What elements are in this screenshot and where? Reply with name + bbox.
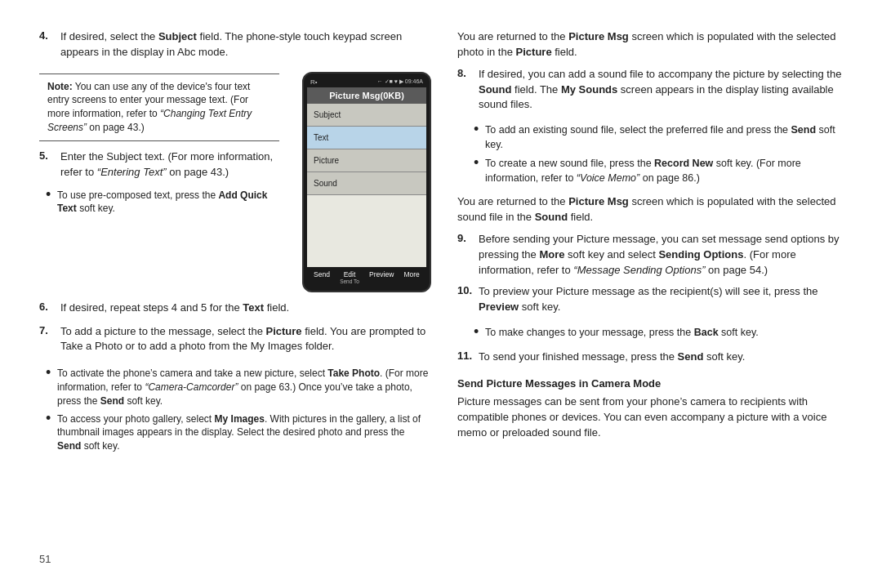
step-5: 5. Enter the Subject text. (For more inf… [39,149,279,180]
bullet-8b: • To create a new sound file, press the … [474,157,843,185]
step-6-post: field. [264,301,289,314]
bullet-list-10: • To make changes to your message, press… [464,326,843,345]
bullet-dot-7a: • [46,367,52,408]
left-column: 4. If desired, select the Subject field.… [39,29,431,559]
step-9: 9. Before sending your Picture message, … [457,232,843,278]
phone-status-left: R• [310,78,318,86]
step-11: 11. To send your finished message, press… [457,350,843,365]
step-10-content: To preview your Picture message as the r… [479,284,843,315]
step-4: 4. If desired, select the Subject field.… [39,29,431,60]
bullet-dot-10a: • [474,326,480,341]
bullet-7a-text: To activate the phone’s camera and take … [57,367,431,408]
phone-softkeys: Send Edit Send To Preview More [307,267,426,287]
step-10-num: 10. [457,284,472,315]
phone-field-picture: Picture [307,149,426,172]
phone-title: Picture Msg(0KB) [307,87,426,104]
step-6: 6. If desired, repeat steps 4 and 5 for … [39,301,431,316]
step-5-rest: on page 43.) [167,166,229,178]
step-4-bold: Subject [158,30,197,42]
return-para-2: You are returned to the Picture Msg scre… [457,194,843,225]
step-6-num: 6. [39,301,54,316]
step-9-num: 9. [457,232,472,278]
bullet-7b-text: To access your photo gallery, select My … [57,412,431,453]
step-5-num: 5. [39,149,54,180]
bullet-8b-text: To create a new sound file, press the Re… [485,157,843,185]
step-7-bold: Picture [265,325,301,337]
step-7: 7. To add a picture to the message, sele… [39,324,431,355]
step-8: 8. If desired, you can add a sound file … [457,67,843,114]
phone-status-icons: ← ✓■ ♥ ▶ 09:46A [377,78,423,85]
bullet-7b: • To access your photo gallery, select M… [46,412,431,453]
bullet-dot: • [46,189,52,216]
right-column: You are returned to the Picture Msg scre… [457,29,843,559]
note-and-steps: Note: You can use any of the device's fo… [39,69,279,220]
softkey-send: Send [314,270,330,285]
step-11-content: To send your finished message, press the… [479,350,843,365]
return-para-1: You are returned to the Picture Msg scre… [457,29,843,60]
softkey-preview: Preview [369,270,394,285]
note-box: Note: You can use any of the device's fo… [39,74,279,141]
step-4-text-pre: If desired, select the [60,30,158,42]
bullet-5a-text: To use pre-composed text, press the Add … [57,189,279,216]
step-8-num: 8. [457,67,472,114]
section-para: Picture messages can be sent from your p… [457,394,843,441]
step-4-content: If desired, select the Subject field. Th… [60,29,431,60]
bullet-10a: • To make changes to your message, press… [474,326,843,341]
phone-screen: Picture Msg(0KB) Subject Text Picture So… [307,87,426,267]
step-5-italic: “Entering Text” [97,166,167,178]
step-5-content: Enter the Subject text. (For more inform… [60,149,279,180]
step-7-content: To add a picture to the message, select … [60,324,431,355]
page-container: 4. If desired, select the Subject field.… [0,0,882,588]
bullet-8a: • To add an existing sound file, select … [474,123,843,152]
bullet-dot-8a: • [474,123,480,152]
phone-mockup-container: R• ← ✓■ ♥ ▶ 09:46A Picture Msg(0KB) Subj… [302,72,431,292]
step-11-num: 11. [457,350,472,365]
phone-status-bar: R• ← ✓■ ♥ ▶ 09:46A [307,77,426,87]
bullet-list-8: • To add an existing sound file, select … [464,123,843,190]
phone-field-text: Text [307,127,426,149]
step-9-content: Before sending your Picture message, you… [479,232,843,278]
bullet-5a: • To use pre-composed text, press the Ad… [46,189,279,216]
bullet-7a: • To activate the phone’s camera and tak… [46,367,431,408]
bullet-10a-text: To make changes to your message, press t… [485,326,759,341]
softkey-edit: Edit Send To [340,270,359,285]
step-6-content: If desired, repeat steps 4 and 5 for the… [60,301,431,316]
bullet-list-7: • To activate the phone’s camera and tak… [46,367,431,457]
softkey-more: More [403,270,419,285]
step-4-num: 4. [39,29,54,60]
phone-content-area [307,195,426,267]
bullet-dot-7b: • [46,412,52,453]
note-label: Note: [47,81,73,92]
step-10: 10. To preview your Picture message as t… [457,284,843,315]
note-text2: on page 43.) [87,122,145,133]
phone-field-sound: Sound [307,172,426,195]
phone-field-subject: Subject [307,104,426,127]
step-7-num: 7. [39,324,54,355]
step-6-pre: If desired, repeat steps 4 and 5 for the [60,301,243,314]
bullet-dot-8b: • [474,157,480,185]
step-7-pre: To add a picture to the message, select … [60,325,265,337]
bullet-8a-text: To add an existing sound file, select th… [485,123,843,152]
bullet-list-5: • To use pre-composed text, press the Ad… [46,189,279,216]
step-8-content: If desired, you can add a sound file to … [479,67,843,114]
page-number: 51 [39,553,51,565]
step-6-bold: Text [243,301,264,314]
section-heading: Send Picture Messages in Camera Mode [457,377,843,390]
phone-mockup: R• ← ✓■ ♥ ▶ 09:46A Picture Msg(0KB) Subj… [302,72,431,292]
